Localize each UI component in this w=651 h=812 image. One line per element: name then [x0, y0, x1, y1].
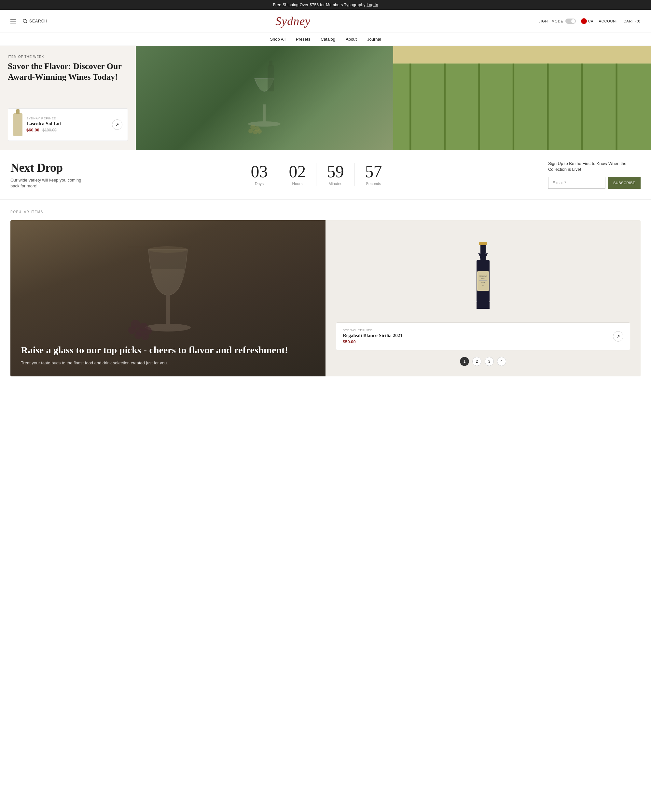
page-btn-2[interactable]: 2: [472, 357, 481, 366]
hours-label: Hours: [289, 182, 306, 186]
page-btn-4[interactable]: 4: [497, 357, 506, 366]
popular-right-panel: REGALEAU BIANCO SICILIA DOC SYDNAY REFIN…: [326, 220, 640, 376]
nav-item-about[interactable]: About: [346, 37, 357, 42]
svg-text:REGALEAU: REGALEAU: [480, 275, 487, 277]
svg-rect-33: [477, 271, 489, 291]
pagination: 1 2 3 4: [336, 357, 630, 366]
hero-image-picnic: [136, 46, 394, 150]
product-right-card[interactable]: SYDNAY REFINED Regaleali Blanco Sicilia …: [336, 322, 630, 350]
bottle-illustration: REGALEAU BIANCO SICILIA DOC: [470, 242, 496, 314]
product-right-info: SYDNAY REFINED Regaleali Blanco Sicilia …: [336, 322, 630, 366]
popular-product-arrow[interactable]: ↗: [613, 331, 623, 342]
light-mode-toggle[interactable]: LIGHT MODE: [538, 18, 576, 24]
popular-product-name: Regaleali Blanco Sicilia 2021: [343, 333, 609, 338]
seconds-number: 57: [365, 163, 382, 180]
search-label: SEARCH: [29, 19, 47, 23]
nav-item-shop-all[interactable]: Shop All: [270, 37, 286, 42]
nav-item-presets[interactable]: Presets: [296, 37, 310, 42]
hero-section: ITEM OF THE WEEK Savor the Flavor: Disco…: [0, 46, 651, 150]
page-btn-1[interactable]: 1: [460, 357, 469, 366]
countdown-seconds: 57 Seconds: [355, 163, 392, 186]
banner-typography: Typography: [344, 3, 365, 7]
svg-text:BIANCO: BIANCO: [481, 278, 485, 279]
site-logo[interactable]: Sydney: [275, 14, 310, 28]
subscribe-button[interactable]: SUBSCRIBE: [608, 177, 640, 189]
hero-image-vineyard: [393, 46, 651, 150]
svg-point-10: [257, 129, 262, 134]
country-selector[interactable]: CA: [581, 18, 594, 24]
minutes-label: Minutes: [327, 182, 344, 186]
popular-subtext: Treat your taste buds to the finest food…: [21, 360, 288, 366]
next-drop-subtitle: Our wide variety will keep you coming ba…: [11, 177, 84, 189]
email-form: SUBSCRIBE: [548, 177, 640, 189]
product-name: Lascolca Sol Lui: [26, 121, 108, 127]
main-nav: Shop All Presets Catalog About Journal: [0, 33, 651, 46]
product-bottle-image: [13, 113, 23, 136]
next-drop-title: Next Drop: [11, 160, 84, 175]
hamburger-menu[interactable]: [11, 19, 16, 23]
wine-glass-illustration: [126, 230, 210, 340]
product-info: SYDNAY REFINED Lascolca Sol Lui $60.00 $…: [26, 117, 108, 133]
svg-point-29: [134, 332, 142, 339]
search-icon: [23, 19, 28, 23]
hero-title: Savor the Flavor: Discover Our Award-Win…: [8, 61, 128, 82]
product-arrow-button[interactable]: ↗: [112, 119, 122, 130]
page-btn-3[interactable]: 3: [484, 357, 494, 366]
countdown-numbers: 03 Days 02 Hours 59 Minutes 57 Seconds: [95, 163, 538, 186]
email-input[interactable]: [548, 177, 605, 189]
countdown-section: Next Drop Our wide variety will keep you…: [0, 150, 651, 200]
svg-point-26: [128, 326, 136, 334]
days-label: Days: [251, 182, 267, 186]
top-banner: Free Shipping Over $756 for Members Typo…: [0, 0, 651, 10]
days-number: 03: [251, 163, 267, 180]
product-price-old: $180.00: [42, 128, 56, 133]
popular-grid: Raise a glass to our top picks - cheers …: [11, 220, 640, 376]
svg-rect-22: [166, 295, 170, 328]
account-link[interactable]: ACCOUNT: [599, 19, 619, 23]
popular-product-price: $50.00: [343, 339, 609, 344]
svg-rect-4: [267, 66, 274, 92]
product-right-details: SYDNAY REFINED Regaleali Blanco Sicilia …: [343, 328, 609, 344]
countdown-days: 03 Days: [240, 163, 278, 186]
svg-point-30: [142, 333, 149, 340]
cart-link[interactable]: CART (0): [623, 19, 640, 23]
seconds-label: Seconds: [365, 182, 382, 186]
svg-rect-12: [393, 46, 651, 63]
toggle-pill[interactable]: [565, 18, 576, 24]
header-right: LIGHT MODE CA ACCOUNT CART (0): [538, 18, 640, 24]
signup-text: Sign Up to Be the First to Know When the…: [548, 161, 640, 172]
product-price-new: $60.00: [26, 128, 40, 133]
svg-text:SICILIA: SICILIA: [481, 282, 484, 283]
svg-rect-39: [477, 302, 489, 309]
header: SEARCH Sydney LIGHT MODE CA ACCOUNT CART…: [0, 10, 651, 33]
flag-icon: [581, 18, 587, 24]
light-mode-label: LIGHT MODE: [538, 19, 563, 23]
search-button[interactable]: SEARCH: [23, 19, 47, 23]
hours-number: 02: [289, 163, 306, 180]
popular-section: POPULAR ITEMS Raise a gla: [0, 200, 651, 387]
featured-product-card[interactable]: SYDNAY REFINED Lascolca Sol Lui $60.00 $…: [8, 108, 128, 141]
vineyard-illustration: [393, 46, 651, 150]
svg-rect-40: [479, 242, 487, 245]
next-drop-text: Next Drop Our wide variety will keep you…: [11, 160, 95, 189]
nav-item-catalog[interactable]: Catalog: [321, 37, 335, 42]
popular-heading: Raise a glass to our top picks - cheers …: [21, 344, 288, 356]
popular-left-image: Raise a glass to our top picks - cheers …: [11, 220, 326, 376]
svg-rect-5: [269, 61, 272, 66]
country-code: CA: [588, 19, 594, 23]
picnic-illustration: [232, 52, 297, 143]
product-brand: SYDNAY REFINED: [26, 117, 108, 120]
section-label: POPULAR ITEMS: [11, 210, 640, 214]
minutes-number: 59: [327, 163, 344, 180]
svg-point-0: [23, 19, 26, 23]
svg-rect-13: [393, 63, 651, 150]
svg-point-8: [248, 129, 253, 133]
svg-rect-3: [263, 104, 266, 124]
item-of-week-label: ITEM OF THE WEEK: [8, 55, 128, 58]
svg-line-1: [26, 22, 27, 23]
svg-point-23: [148, 246, 188, 253]
banner-login-link[interactable]: Log In: [367, 3, 378, 7]
product-bottle-container: REGALEAU BIANCO SICILIA DOC: [470, 233, 496, 322]
popular-overlay-text: Raise a glass to our top picks - cheers …: [21, 344, 288, 366]
nav-item-journal[interactable]: Journal: [367, 37, 381, 42]
